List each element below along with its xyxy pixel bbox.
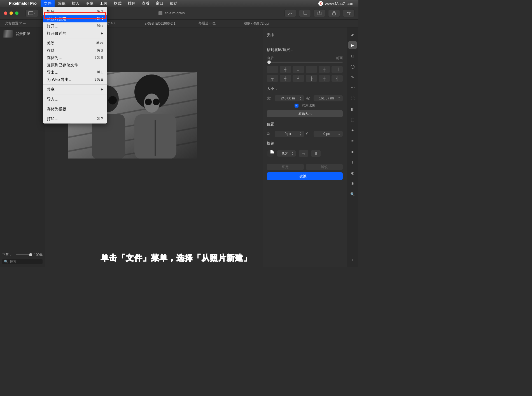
menu-view[interactable]: 查看 <box>139 0 153 7</box>
sidebar-toggle-button[interactable]: ▾ <box>25 9 38 17</box>
constrain-checkbox[interactable]: ✓ <box>295 104 298 108</box>
file-menu-item[interactable]: 存储为…⇧⌘S <box>43 54 107 61</box>
original-size-button[interactable]: 原始大小 <box>267 110 343 117</box>
layer-thumb-icon <box>3 30 13 38</box>
layers-search[interactable]: 🔍 <box>2 259 43 264</box>
align-left-icon[interactable]: ⎸ <box>306 66 317 73</box>
flip-vertical-icon[interactable]: ⇵ <box>311 150 321 157</box>
arrow-icon[interactable]: ▶ <box>348 41 357 49</box>
shape-icon[interactable]: ■ <box>348 147 357 156</box>
dist-vcenter-icon[interactable]: ┼ <box>319 75 330 82</box>
window-close-button[interactable] <box>4 11 7 15</box>
color-adjust-icon[interactable]: ◐ <box>348 169 357 177</box>
flip-horizontal-icon[interactable]: ⇋ <box>299 150 308 157</box>
window-zoom-button[interactable] <box>15 11 18 15</box>
moveto-dropdown[interactable]: 移到底层/顶层⌄ <box>267 45 343 55</box>
dist-htop-icon[interactable]: ┯ <box>267 75 278 82</box>
file-menu-item[interactable]: 关闭⌘W <box>43 39 107 47</box>
inspector-title: 安排 <box>267 31 343 40</box>
rotation-stepper[interactable]: ▴▾ <box>277 150 296 157</box>
position-section[interactable]: 位置⌄ <box>267 120 343 129</box>
menu-window[interactable]: 窗口 <box>153 0 167 7</box>
lasso-icon[interactable]: ◯ <box>348 62 357 71</box>
pen-icon[interactable]: ✒ <box>348 137 357 145</box>
align-vcenter-icon[interactable]: ┿ <box>280 66 291 73</box>
color-picker-button[interactable] <box>284 9 296 17</box>
order-back-label: 向后 <box>267 56 274 60</box>
repair-icon[interactable]: ✦ <box>348 126 357 134</box>
zoom-icon[interactable]: 🔍 <box>348 190 357 198</box>
layer-name: 背景图层 <box>16 31 30 36</box>
menu-edit[interactable]: 编辑 <box>55 0 69 7</box>
file-menu-item[interactable]: 新建⌘N <box>43 8 107 15</box>
order-slider[interactable] <box>267 62 343 63</box>
layer-item[interactable]: 背景图层 <box>2 29 43 39</box>
layers-footer: 正常 ⌄ | 100% 🔍 <box>0 250 45 267</box>
brush-icon[interactable]: 〰 <box>348 83 357 92</box>
rotation-section[interactable]: 旋转⌄ <box>267 139 343 148</box>
search-icon: 🔍 <box>4 260 8 264</box>
eyedropper-icon[interactable]: ✎ <box>348 73 357 81</box>
y-label: Y: <box>306 132 312 136</box>
menu-arrange[interactable]: 排列 <box>125 0 139 7</box>
effects-icon[interactable]: ✱ <box>348 179 357 188</box>
file-menu-item[interactable]: 打开最近的 <box>43 30 107 37</box>
rotation-wheel[interactable] <box>267 150 274 157</box>
blend-mode-select[interactable]: 正常 ⌄ <box>2 252 12 257</box>
unlock-button[interactable]: 解锁 <box>306 164 343 170</box>
marquee-icon[interactable]: ◻ <box>348 52 357 60</box>
tool-more-icon[interactable]: » <box>348 255 357 264</box>
info-dimensions: 689 x 458 72 dpi <box>244 22 269 25</box>
height-stepper[interactable]: ▴▾ <box>314 95 343 101</box>
file-menu-item[interactable]: 共享 <box>43 86 107 93</box>
dist-hbottom-icon[interactable]: ┷ <box>293 75 304 82</box>
window-minimize-button[interactable] <box>10 11 13 15</box>
y-stepper[interactable]: ▴▾ <box>314 131 343 137</box>
align-right-icon[interactable]: ⎹ <box>332 66 343 73</box>
width-stepper[interactable]: ▴▾ <box>275 95 304 101</box>
file-menu-item[interactable]: 打开…⌘O <box>43 22 107 30</box>
info-colorspace: sRGB IEC61966-2.1 <box>145 22 175 25</box>
lock-button[interactable]: 锁定 <box>267 164 304 170</box>
crop-button[interactable] <box>299 9 311 17</box>
file-menu-item[interactable]: 为 Web 导出…⇧⌘E <box>43 76 107 83</box>
file-menu-item[interactable]: 打印…⌘P <box>43 115 107 122</box>
fill-icon[interactable]: ⛶ <box>348 94 357 103</box>
menu-format[interactable]: 格式 <box>111 0 125 7</box>
file-menu-item[interactable]: 导出…⌘E <box>43 69 107 76</box>
svg-point-2 <box>288 14 289 15</box>
file-menu-item[interactable]: 存储为模板… <box>43 105 107 113</box>
align-bottom-icon[interactable]: ⎽ <box>293 66 304 73</box>
align-hcenter-icon[interactable]: ┼ <box>319 66 330 73</box>
size-section[interactable]: 大小⌄ <box>267 84 343 94</box>
transform-button[interactable]: 变换… <box>267 172 343 180</box>
menu-file[interactable]: 文件 <box>41 0 55 7</box>
style-icon[interactable]: 🖌 <box>348 30 357 39</box>
file-menu-item[interactable]: 导入… <box>43 95 107 103</box>
dist-hcenter-icon[interactable]: ┿ <box>280 75 291 82</box>
distribute-grid: ┯┿┷ ┠┼┨ <box>267 75 343 82</box>
opacity-slider[interactable] <box>16 254 32 255</box>
x-stepper[interactable]: ▴▾ <box>275 131 304 137</box>
app-name[interactable]: Pixelmator Pro <box>9 1 37 6</box>
file-menu-item[interactable]: 从照片新建…⌥⌘N <box>43 15 107 22</box>
file-menu-dropdown: 新建⌘N从照片新建…⌥⌘N打开…⌘O打开最近的关闭⌘W存储⌘S存储为…⇧⌘S复原… <box>43 7 107 124</box>
file-menu-item[interactable]: 复原到已存储文件 <box>43 61 107 69</box>
window-controls <box>4 11 18 15</box>
dist-vleft-icon[interactable]: ┠ <box>306 75 317 82</box>
share-button[interactable] <box>328 9 340 17</box>
menu-help[interactable]: 帮助 <box>167 0 181 7</box>
export-button[interactable] <box>314 9 325 17</box>
dist-vright-icon[interactable]: ┨ <box>332 75 343 82</box>
erase-icon[interactable]: ⬚ <box>348 115 357 124</box>
inspector-toggle-button[interactable] <box>343 9 354 17</box>
menu-image[interactable]: 图像 <box>83 0 97 7</box>
type-icon[interactable]: T <box>348 158 357 166</box>
menu-tools[interactable]: 工具 <box>97 0 111 7</box>
align-top-icon[interactable]: ⎺ <box>267 66 278 73</box>
gradient-icon[interactable]: ◧ <box>348 105 357 113</box>
menu-insert[interactable]: 插入 <box>69 0 83 7</box>
svg-point-23 <box>145 99 152 105</box>
watermark: Zwww.MacZ.com <box>318 1 354 6</box>
file-menu-item[interactable]: 存储⌘S <box>43 47 107 54</box>
